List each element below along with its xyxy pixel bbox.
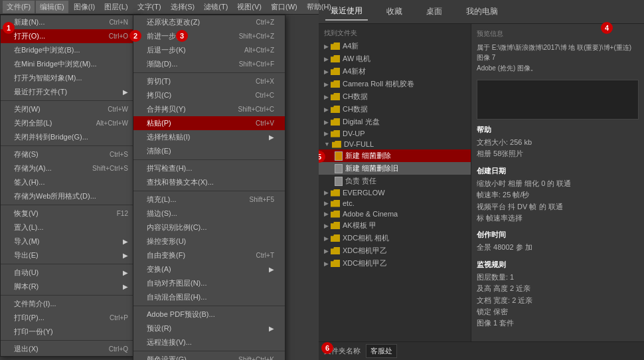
menu-edit[interactable]: 编辑(E) (36, 1, 68, 13)
menu-save-as[interactable]: 存储为(A)...Shift+Ctrl+S (1, 161, 139, 175)
menu-file[interactable]: 文件(F) (3, 1, 35, 13)
edit-color-settings[interactable]: 颜色设置(G)...Shift+Ctrl+K (133, 353, 285, 360)
prop-width: 文档 宽度: 2 近亲 (477, 296, 639, 306)
edit-fade[interactable]: 渐隐(D)...Shift+Ctrl+F (133, 57, 285, 71)
edit-undo[interactable]: 还原状态更改(Z)Ctrl+Z (133, 15, 285, 29)
edit-blend-layers[interactable]: 自动混合图层(H)... (133, 290, 285, 304)
menu-place[interactable]: 置入(L)... (1, 221, 139, 234)
edit-paste[interactable]: 粘贴(P)Ctrl+V (133, 116, 285, 130)
tree-item-ch2[interactable]: ▶CH数据 (319, 103, 471, 116)
edit-copy-merged[interactable]: 合并拷贝(Y)Shift+Ctrl+C (133, 102, 285, 116)
menu-new[interactable]: 新建(N)...Ctrl+N (1, 15, 139, 29)
tree-item-everglow[interactable]: ▶EVERGLOW (319, 187, 471, 198)
menu-layer[interactable]: 图层(L) (100, 1, 131, 13)
menu-open[interactable]: 打开(O)...Ctrl+O (1, 29, 139, 43)
tab-computer[interactable]: 我的电脑 (461, 3, 503, 20)
tree-item-xdc3[interactable]: ▶XDC相机甲乙 (319, 257, 471, 270)
edit-fill[interactable]: 填充(L)...Shift+F5 (133, 193, 285, 207)
menu-view[interactable]: 视图(V) (233, 1, 266, 13)
menu-import[interactable]: 导入(M)▶ (1, 234, 139, 248)
badge-1: 1 (3, 22, 15, 34)
edit-stroke[interactable]: 描边(S)... (133, 207, 285, 221)
edit-align-layers[interactable]: 自动对齐图层(N)... (133, 276, 285, 290)
prop-doc-size: 文档大小: 256 kb (477, 137, 639, 147)
menu-image[interactable]: 图像(I) (70, 1, 99, 13)
props-header: 预览信息 (477, 29, 639, 39)
prop-layer-count: 图层数量: 1 (477, 272, 639, 282)
edit-cut[interactable]: 剪切(T)Ctrl+X (133, 74, 285, 88)
menu-bar[interactable]: 文件(F) 编辑(E) 图像(I) 图层(L) 文字(T) 选择(S) 滤镜(T… (0, 0, 319, 15)
separator-5 (1, 295, 139, 296)
menu-exit[interactable]: 退出(X)Ctrl+Q (1, 342, 139, 356)
tree-item-xdc1[interactable]: ▶XDC相机 相机 (319, 232, 471, 244)
menu-close[interactable]: 关闭(W)Ctrl+W (1, 102, 139, 116)
menu-select[interactable]: 选择(S) (167, 1, 199, 13)
edit-pdf-presets[interactable]: Adobe PDF预设(B)... (133, 308, 285, 321)
edit-find[interactable]: 查找和替换文本(X)... (133, 175, 285, 189)
menu-window[interactable]: 窗口(W) (267, 1, 301, 13)
menu-close-all[interactable]: 关闭全部(L)Alt+Ctrl+W (1, 116, 139, 130)
bottom-bar: 6 文件夹名称 客服处 (319, 341, 644, 360)
menu-save[interactable]: 存储(S)Ctrl+S (1, 147, 139, 161)
section-help: 帮助 文档大小: 256 kb 相册 58张照片 (477, 125, 639, 159)
tree-item-adobe-cinema[interactable]: ▶Adobe & Cinema (319, 209, 471, 219)
tree-item-ch[interactable]: ▶CH数据 (319, 90, 471, 103)
tree-item-dv-full[interactable]: ▼DV-FULL (319, 139, 471, 149)
edit-step-back[interactable]: 后退一步(K)Alt+Ctrl+Z (133, 43, 285, 57)
tree-item-camera-roll[interactable]: ▶Camera Roll 相机胶卷 (319, 78, 471, 90)
tree-item-resp[interactable]: 负责 责任 (319, 175, 471, 187)
edit-paste-special[interactable]: 选择性粘贴(I)▶ (133, 130, 285, 144)
menu-filter[interactable]: 滤镜(T) (200, 1, 232, 13)
edit-menu-dropdown: 还原状态更改(Z)Ctrl+Z 前进一步(O)Shift+Ctrl+Z 后退一步… (133, 15, 285, 360)
section-created-title: 创建日期 (477, 166, 639, 176)
tree-item-ak[interactable]: ▶AK模板 甲 (319, 219, 471, 232)
menu-help[interactable]: 帮助(H) (303, 1, 335, 13)
preview-section: 属于 E:\微博\新浪微博\2017\博 地 联(重要)\博+(重连) 图像 7… (477, 43, 639, 73)
filename-value[interactable]: 客服处 (366, 344, 397, 358)
edit-free-transform[interactable]: 自由变换(F)Ctrl+T (133, 248, 285, 262)
menu-mini-bridge[interactable]: 在Mini Bridge中浏览(M)... (1, 57, 139, 71)
menu-recent[interactable]: 最近打开文件(T)▶ (1, 85, 139, 99)
prop-frame-select: 标 帧速率选择 (477, 213, 639, 223)
edit-remote[interactable]: 远程连接(V)... (133, 335, 285, 349)
menu-scripts[interactable]: 脚本(R)▶ (1, 280, 139, 294)
menu-save-web[interactable]: 存储为Web所用格式(D)... (1, 189, 139, 203)
tab-favorites[interactable]: 收藏 (381, 3, 408, 20)
prop-height: 及高 高度 2 近亲 (477, 284, 639, 294)
menu-print-one[interactable]: 打印一份(Y) (1, 325, 139, 339)
menu-revert[interactable]: 恢复(V)F12 (1, 207, 139, 221)
edit-puppet-warp[interactable]: 操控变形(U) (133, 234, 285, 248)
edit-content-aware[interactable]: 内容识别比例(C)... (133, 221, 285, 234)
menu-automate[interactable]: 自动(U)▶ (1, 266, 139, 280)
menu-print[interactable]: 打印(P)...Ctrl+P (1, 311, 139, 325)
edit-step-forward[interactable]: 前进一步(O)Shift+Ctrl+Z (133, 29, 285, 43)
edit-transform[interactable]: 变换(A)▶ (133, 262, 285, 276)
tree-item-bacteria-old[interactable]: 新建 细菌删除旧 (319, 162, 471, 175)
edit-presets[interactable]: 预设(R)▶ (133, 321, 285, 335)
edit-clear[interactable]: 清除(E) (133, 144, 285, 158)
edit-sep-3 (133, 191, 285, 191)
tree-item-digital[interactable]: ▶Digital 光盘 (319, 116, 471, 128)
tab-desktop[interactable]: 桌面 (421, 3, 447, 20)
menu-bridge[interactable]: 在Bridge中浏览(B)... (1, 43, 139, 57)
edit-sep-2 (133, 159, 285, 160)
tree-item-etc[interactable]: ▶etc. (319, 198, 471, 209)
menu-close-bridge[interactable]: 关闭并转到Bridge(G)... (1, 130, 139, 144)
file-menu-dropdown: 新建(N)...Ctrl+N 打开(O)...Ctrl+O 在Bridge中浏览… (0, 15, 139, 357)
menu-text[interactable]: 文字(T) (133, 1, 165, 13)
badge-6: 6 (321, 342, 333, 354)
tree-item-a4-2[interactable]: ▶A4新材 (319, 65, 471, 78)
menu-file-info[interactable]: 文件简介(I)... (1, 297, 139, 311)
menu-open-smart[interactable]: 打开为智能对象(M)... (1, 71, 139, 85)
section-created: 创建日期 缩放小时 相册 细化 0 的 联通 帧速率: 25 帧/秒 视频平台 … (477, 166, 639, 224)
menu-checkin[interactable]: 签入(H)... (1, 175, 139, 189)
tree-item-bacteria-new[interactable]: 新建 细菌删除 (319, 149, 471, 162)
edit-spell[interactable]: 拼写检查(H)... (133, 161, 285, 175)
tree-item-a4[interactable]: ▶A4新 (319, 40, 471, 52)
right-panel: 4 最近使用 收藏 桌面 我的电脑 找到文件夹 ▶A4新 ▶AW 电机 ▶A4新… (319, 0, 644, 360)
tree-item-xdc2[interactable]: ▶XDC相机甲乙 (319, 244, 471, 257)
edit-copy[interactable]: 拷贝(C)Ctrl+C (133, 88, 285, 102)
tree-item-aw[interactable]: ▶AW 电机 (319, 52, 471, 65)
tree-item-dv-up[interactable]: ▶DV-UP (319, 128, 471, 139)
menu-export[interactable]: 导出(E)▶ (1, 248, 139, 262)
